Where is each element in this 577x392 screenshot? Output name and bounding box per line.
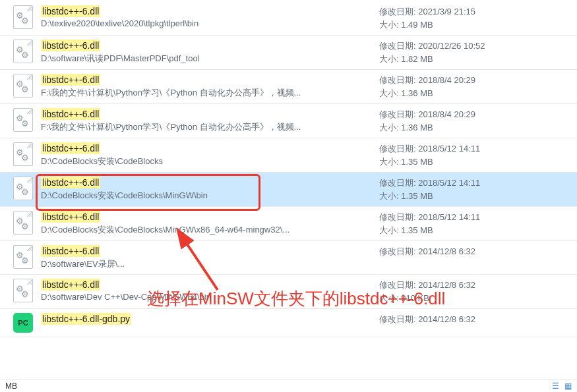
dll-file-icon: ⚙⚙ bbox=[12, 142, 34, 166]
view-details-icon[interactable]: ☰ bbox=[552, 381, 559, 391]
size-value: 1.36 MB bbox=[401, 88, 433, 98]
file-row[interactable]: PClibstdc++-6.dll-gdb.py修改日期: 2014/12/8 … bbox=[0, 309, 577, 337]
mod-date-value: 2021/3/9 21:15 bbox=[418, 7, 475, 16]
file-row[interactable]: ⚙⚙libstdc++-6.dllF:\我的文件\计算机\Python学习\《P… bbox=[0, 70, 577, 104]
file-meta: 修改日期: 2014/12/8 6:32 bbox=[379, 245, 570, 258]
size-value: 1.35 MB bbox=[401, 225, 433, 235]
file-name: libstdc++-6.dll bbox=[41, 279, 100, 291]
size-label: 大小: bbox=[379, 88, 399, 98]
size-value: 1.82 MB bbox=[401, 54, 433, 64]
file-main: libstdc++-6.dllD:\texlive2020\texlive\20… bbox=[41, 5, 379, 28]
mod-date-label: 修改日期: bbox=[379, 144, 416, 154]
mod-date-value: 2014/12/8 6:32 bbox=[418, 246, 475, 256]
mod-date-value: 2018/5/12 14:11 bbox=[418, 212, 480, 222]
file-row[interactable]: ⚙⚙libstdc++-6.dllF:\我的文件\计算机\Python学习\《P… bbox=[0, 104, 577, 138]
file-meta: 修改日期: 2018/5/12 14:11大小: 1.35 MB bbox=[379, 142, 570, 168]
size-label: 大小: bbox=[379, 191, 399, 201]
file-row[interactable]: ⚙⚙libstdc++-6.dllD:\software\Dev C++\Dev… bbox=[0, 275, 577, 309]
mod-date-label: 修改日期: bbox=[379, 109, 416, 119]
file-meta: 修改日期: 2014/12/8 6:32大小: 910 KB bbox=[379, 279, 570, 304]
mod-date-label: 修改日期: bbox=[379, 314, 416, 324]
dll-file-icon: ⚙⚙ bbox=[12, 5, 34, 29]
file-path: D:\software\讯读PDF\MasterPDF\pdf_tool bbox=[41, 53, 374, 65]
file-row[interactable]: ⚙⚙libstdc++-6.dllD:\CodeBlocks安装\CodeBlo… bbox=[0, 138, 577, 173]
file-main: libstdc++-6.dllF:\我的文件\计算机\Python学习\《Pyt… bbox=[41, 108, 379, 133]
size-label: 大小: bbox=[379, 225, 399, 235]
view-mode-controls: ☰ ▦ bbox=[552, 381, 572, 391]
file-main: libstdc++-6.dllD:\software\讯读PDF\MasterP… bbox=[41, 40, 379, 65]
size-label: 大小: bbox=[379, 157, 399, 167]
file-name: libstdc++-6.dll bbox=[41, 108, 100, 120]
dll-file-icon: ⚙⚙ bbox=[12, 108, 34, 132]
mod-date-label: 修改日期: bbox=[379, 75, 416, 85]
size-value: 1.35 MB bbox=[401, 157, 433, 167]
file-meta: 修改日期: 2014/12/8 6:32 bbox=[379, 313, 570, 326]
size-value: 1.36 MB bbox=[401, 123, 433, 132]
file-main: libstdc++-6.dllD:\CodeBlocks安装\CodeBlock… bbox=[41, 177, 379, 202]
file-name: libstdc++-6.dll bbox=[41, 5, 100, 17]
mod-date-label: 修改日期: bbox=[379, 246, 416, 256]
file-path: D:\software\Dev C++\Dev-Cpp\MinGW64\bin bbox=[41, 292, 374, 302]
file-name: libstdc++-6.dll bbox=[41, 142, 100, 154]
file-name: libstdc++-6.dll-gdb.py bbox=[41, 313, 131, 325]
file-meta: 修改日期: 2018/5/12 14:11大小: 1.35 MB bbox=[379, 211, 570, 237]
mod-date-value: 2014/12/8 6:32 bbox=[418, 314, 475, 324]
mod-date-value: 2018/5/12 14:11 bbox=[418, 144, 480, 154]
mod-date-label: 修改日期: bbox=[379, 280, 416, 290]
file-meta: 修改日期: 2021/3/9 21:15大小: 1.49 MB bbox=[379, 5, 570, 31]
python-file-icon: PC bbox=[12, 313, 34, 333]
mod-date-value: 2020/12/26 10:52 bbox=[418, 41, 485, 51]
status-bar: MB ☰ ▦ bbox=[0, 379, 577, 392]
dll-file-icon: ⚙⚙ bbox=[12, 40, 34, 63]
dll-file-icon: ⚙⚙ bbox=[12, 245, 34, 269]
size-label: 大小: bbox=[379, 20, 399, 30]
file-main: libstdc++-6.dllD:\software\Dev C++\Dev-C… bbox=[41, 279, 379, 302]
file-path: F:\我的文件\计算机\Python学习\《Python 自动化办公高手》，视频… bbox=[41, 87, 374, 99]
file-list: ⚙⚙libstdc++-6.dllD:\texlive2020\texlive\… bbox=[0, 0, 577, 337]
size-label: 大小: bbox=[379, 54, 399, 64]
mod-date-label: 修改日期: bbox=[379, 41, 416, 51]
size-label: 大小: bbox=[379, 123, 399, 132]
file-path: D:\CodeBlocks安装\CodeBlocks bbox=[41, 155, 374, 167]
file-meta: 修改日期: 2018/5/12 14:11大小: 1.35 MB bbox=[379, 177, 570, 202]
file-main: libstdc++-6.dllF:\我的文件\计算机\Python学习\《Pyt… bbox=[41, 74, 379, 99]
size-value: 1.35 MB bbox=[401, 191, 433, 201]
file-path: F:\我的文件\计算机\Python学习\《Python 自动化办公高手》，视频… bbox=[41, 121, 374, 133]
file-main: libstdc++-6.dllD:\CodeBlocks安装\CodeBlock… bbox=[41, 142, 379, 167]
mod-date-value: 2018/5/12 14:11 bbox=[418, 178, 480, 188]
file-main: libstdc++-6.dllD:\CodeBlocks安装\CodeBlock… bbox=[41, 211, 379, 236]
file-row[interactable]: ⚙⚙libstdc++-6.dllD:\CodeBlocks安装\CodeBlo… bbox=[0, 173, 577, 207]
dll-file-icon: ⚙⚙ bbox=[12, 211, 34, 235]
size-label: 大小: bbox=[379, 293, 399, 303]
file-row[interactable]: ⚙⚙libstdc++-6.dllD:\software\讯读PDF\Maste… bbox=[0, 36, 577, 70]
size-value: 1.49 MB bbox=[401, 20, 433, 30]
mod-date-label: 修改日期: bbox=[379, 212, 416, 222]
file-main: libstdc++-6.dll-gdb.py bbox=[41, 313, 379, 326]
file-name: libstdc++-6.dll bbox=[41, 40, 100, 51]
mod-date-value: 2018/8/4 20:29 bbox=[418, 75, 475, 85]
status-left: MB bbox=[5, 381, 17, 391]
file-row[interactable]: ⚙⚙libstdc++-6.dllD:\software\EV录屏\...修改日… bbox=[0, 241, 577, 275]
dll-file-icon: ⚙⚙ bbox=[12, 74, 34, 98]
file-row[interactable]: ⚙⚙libstdc++-6.dllD:\texlive2020\texlive\… bbox=[0, 1, 577, 36]
mod-date-label: 修改日期: bbox=[379, 7, 416, 16]
file-meta: 修改日期: 2018/8/4 20:29大小: 1.36 MB bbox=[379, 108, 570, 134]
dll-file-icon: ⚙⚙ bbox=[12, 279, 34, 302]
file-meta: 修改日期: 2018/8/4 20:29大小: 1.36 MB bbox=[379, 74, 570, 99]
file-row[interactable]: ⚙⚙libstdc++-6.dllD:\CodeBlocks安装\CodeBlo… bbox=[0, 207, 577, 241]
file-name: libstdc++-6.dll bbox=[41, 177, 100, 188]
file-path: D:\texlive2020\texlive\2020\tlpkg\tlperl… bbox=[41, 18, 374, 28]
file-path: D:\CodeBlocks安装\CodeBlocks\MinGW\x86_64-… bbox=[41, 224, 374, 236]
file-name: libstdc++-6.dll bbox=[41, 211, 100, 223]
mod-date-value: 2018/8/4 20:29 bbox=[418, 109, 475, 119]
file-path: D:\software\EV录屏\... bbox=[41, 258, 374, 270]
file-meta: 修改日期: 2020/12/26 10:52大小: 1.82 MB bbox=[379, 40, 570, 65]
mod-date-label: 修改日期: bbox=[379, 178, 416, 188]
file-name: libstdc++-6.dll bbox=[41, 74, 100, 86]
mod-date-value: 2014/12/8 6:32 bbox=[418, 280, 475, 290]
size-value: 910 KB bbox=[401, 293, 429, 303]
file-main: libstdc++-6.dllD:\software\EV录屏\... bbox=[41, 245, 379, 270]
view-grid-icon[interactable]: ▦ bbox=[564, 381, 572, 391]
file-name: libstdc++-6.dll bbox=[41, 245, 100, 257]
file-path: D:\CodeBlocks安装\CodeBlocks\MinGW\bin bbox=[41, 190, 374, 202]
